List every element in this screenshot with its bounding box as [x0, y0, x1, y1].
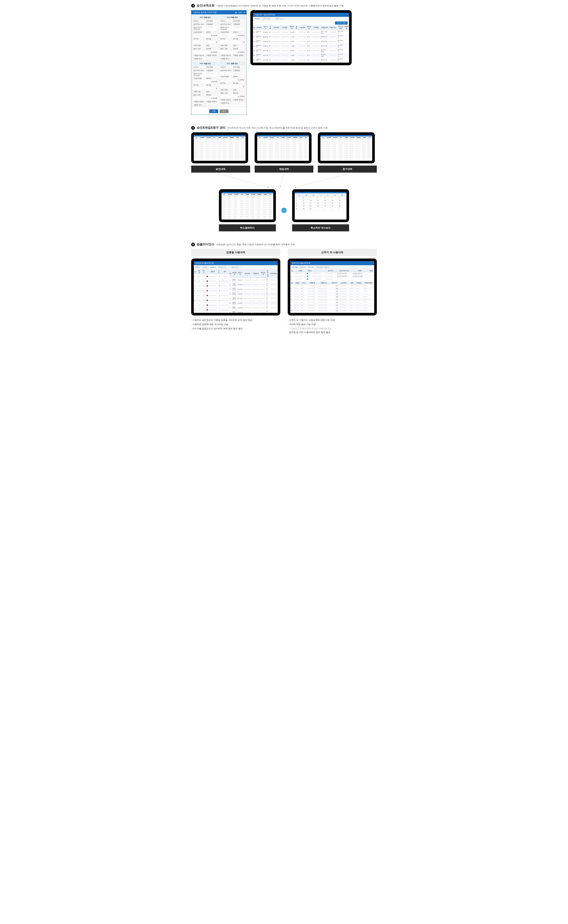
bullet: · 카드사별 업종코드가 상이하여 세부 업무 협의 필요 [191, 327, 280, 331]
caption-cancel-dashboard: 취소처리 대시보드 [292, 225, 349, 231]
caption: 청구내역 [318, 166, 377, 173]
filter-toolbar: 승인연월 2024-01 거리기준 2Km반경이내경내외 [290, 265, 374, 270]
industry-detail-table: No승인일자승인시각승인번호가맹점 명승인금액승인상태사업자번호12024-12… [229, 270, 278, 313]
section-title: 승인내역조회 [197, 4, 215, 8]
bullet: · 기업카드 승인정보의 가맹점 업종을 기반으로 요약 정보 제공 [191, 318, 280, 322]
section-compliance: 6 컴플라이언스 제한업종, 심야시간, 휴일, 중복 가맹점 사용등의 모니터… [191, 243, 377, 335]
section-desc: 제한업종, 심야시간, 휴일, 중복 가맹점 사용등의 모니터링를 통해 내부통… [216, 243, 295, 246]
receipt-popup: 기업카드 영수증 이미지 저장 ▤ 100 ✕ 카드 매출 전표카드사카드번호승… [191, 10, 247, 115]
distance-select[interactable]: 2Km반경이내경내외 [315, 266, 331, 269]
image-save-button[interactable]: 이미지 저장 [335, 21, 347, 24]
section-title: 컴플라이언스 [197, 243, 215, 246]
popup-titlebar: 기업카드 영수증 이미지 저장 ▤ 100 ✕ [191, 11, 246, 14]
popup-footer: 저장 닫기 [191, 108, 246, 115]
cancel-process-col: No승인일자승인금액카드가맹점승인번호가맹점명사용자부서 취소결재처리 [219, 189, 276, 231]
biz-select[interactable]: (주)세중 [201, 266, 209, 269]
bullet-note: * 근무지 2, 3, 5Km 반경 외 카드 사용내역 조회 [290, 327, 377, 330]
offwork-usage-col: 근무지 외 사용내역 근무지외사용내역조회 승인연월 2024-01 거리기준 … [288, 249, 377, 335]
bullets-right: · 근무지 외 기업카드 사용내역에 대한 자료 지원 · 거리에 대한 옵션 … [288, 318, 377, 335]
subtitle-industry: 업종별 사용내역 [191, 249, 280, 256]
filter-toolbar: 승인일자 2024-12-01 ~ 2024-12-31 [253, 17, 349, 21]
date-to[interactable]: 2024-12-31 [230, 266, 240, 268]
tablet-frame: 일월화수목금토123456789101112131415161718192021… [292, 189, 349, 222]
date-to[interactable]: 2024-12-31 [275, 18, 285, 20]
industry-usage-col: 업종별 사용내역 건전연야사용내역조회 사업장 (주)세중 사용일자 2024-… [191, 249, 280, 335]
filter-toolbar: 사업장 (주)세중 사용일자 2024-07-01~ 2024-12-31 [194, 265, 278, 270]
tablet-frame: 기업카드 > 승인내역조회 승인일자 2024-12-01 ~ 2024-12-… [250, 10, 352, 65]
close-icon[interactable]: ✕ [243, 12, 245, 14]
flow-arrows [191, 173, 377, 189]
date-from[interactable]: 2024-07-01 [217, 266, 227, 268]
close-button[interactable]: 닫기 [220, 109, 228, 113]
date-label: 사용일자 [210, 266, 216, 268]
bullet: · 사용제한 업종에 대한 모니터링 가능 [191, 322, 280, 327]
section-desc: 전표처리전 취소건 대한 처리 간소화 지원, 취소거래처리를 위한 전용 화면… [227, 127, 328, 130]
window-titlebar: 기업카드 > 승인내역조회 [253, 13, 349, 17]
caption-cancel-process: 취소결재처리 [219, 225, 276, 231]
section-desc: 가맹점 사업상태(일반·간이과세자, 면세자) 및 가맹점 휴·폐업 유형 지원… [216, 4, 344, 8]
approval-table: No승인일자승인시간요일승인번호카드번호승인금액결재사용상태승인상태가맹점명가맹… [253, 25, 349, 63]
bullet: · 거리에 대한 옵션 기능 지원 [288, 322, 377, 327]
month-select[interactable]: 2024-01 [299, 266, 307, 268]
caption: 승인내역 [191, 166, 250, 173]
distance-label: 거리기준 [308, 266, 314, 268]
filter-label: 사업장 [195, 266, 200, 268]
section-number-badge: 4 [191, 4, 195, 8]
window-crumb: 기업카드 > 승인내역조회 [254, 14, 275, 16]
popup-title: 기업카드 영수증 이미지 저장 [193, 11, 216, 14]
filter-label: 승인연월 [292, 266, 298, 268]
popup-count: 100 [239, 12, 242, 14]
plus-icon: + [281, 208, 287, 213]
section-number-badge: 5 [191, 126, 195, 130]
tablet-frame: No승인일자승인금액카드가맹점승인번호가맹점명사용자부서 [255, 132, 311, 163]
bullet: · 근무지 외 기업카드 사용내역에 대한 자료 지원 [288, 318, 377, 322]
section-number-badge: 6 [191, 243, 195, 246]
section-title: 승인&매입&청구 관리 [197, 126, 225, 130]
filter-label: 승인일자 [254, 18, 260, 20]
window-title: 건전연야사용내역조회 [195, 262, 214, 264]
tablet-frame: No승인일자승인금액카드가맹점승인번호가맹점명사용자부서 [191, 132, 248, 163]
save-button[interactable]: 저장 [209, 109, 218, 113]
window-title: 근무지외사용내역조회 [292, 262, 310, 264]
caption: 매입내역 [255, 166, 314, 173]
window-titlebar: 근무지외사용내역조회 [290, 261, 374, 265]
bullets-left: · 기업카드 승인정보의 가맹점 업종을 기반으로 요약 정보 제공 · 사용제… [191, 318, 280, 331]
section-header: 4 승인내역조회 가맹점 사업상태(일반·간이과세자, 면세자) 및 가맹점 휴… [191, 4, 377, 8]
section-header: 6 컴플라이언스 제한업종, 심야시간, 휴일, 중복 가맹점 사용등의 모니터… [191, 243, 377, 246]
offwork-detail-table: No사업장카드사가맹점 명가맹점 주소거리 (km)승인금액업종가맹점번가맹점 … [290, 282, 374, 313]
section-approval-purchase-billing: 5 승인&매입&청구 관리 전표처리전 취소건 대한 처리 간소화 지원, 취소… [191, 126, 377, 231]
cancel-dashboard-col: 일월화수목금토123456789101112131415161718192021… [292, 189, 349, 231]
tablet-frame: No승인일자승인금액카드가맹점승인번호가맹점명사용자부서 [318, 132, 375, 163]
worksite-table: No사업장대표거상세 주소도로 주나머 주소X좌표Y좌표1유니테크빌 대성120… [290, 270, 374, 280]
bullet: · 임직원 집 근처 사용내역은 업무 협의 필요 [288, 330, 377, 335]
date-from[interactable]: 2024-12-01 [261, 18, 272, 20]
print-icon[interactable]: ▤ [235, 12, 237, 14]
tablet-frame: No승인일자승인금액카드가맹점승인번호가맹점명사용자부서 [219, 189, 276, 222]
tablet-frame: 근무지외사용내역조회 승인연월 2024-01 거리기준 2Km반경이내경내외 … [288, 259, 377, 315]
section-header: 5 승인&매입&청구 관리 전표처리전 취소건 대한 처리 간소화 지원, 취소… [191, 126, 377, 130]
window-titlebar: 건전연야사용내역조회 [194, 261, 278, 265]
subtitle-offwork: 근무지 외 사용내역 [288, 249, 377, 256]
industry-summary-table: No사업장카드사업종 명건수금액192233244516871879310411… [194, 270, 229, 313]
tablet-frame: 건전연야사용내역조회 사업장 (주)세중 사용일자 2024-07-01~ 20… [191, 259, 280, 315]
section-approval-inquiry: 4 승인내역조회 가맹점 사업상태(일반·간이과세자, 면세자) 및 가맹점 휴… [191, 4, 377, 115]
